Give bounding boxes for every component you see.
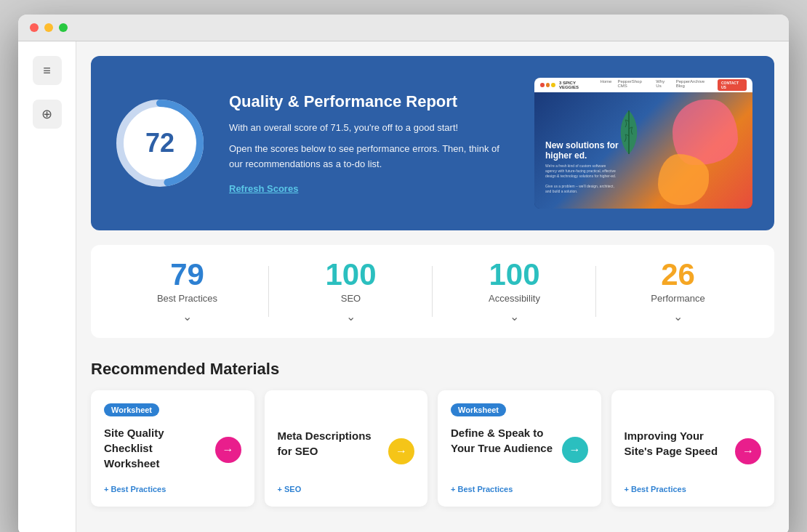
site-screenshot: 3 SPICY VEGGIES HomePepperShop CMSWhy Us… (534, 78, 752, 209)
traffic-light-red[interactable] (30, 23, 39, 32)
card-content-0: Site Quality Checklist Worksheet → (104, 425, 241, 475)
material-card: Improving Your Site's Page Speed → + Bes… (611, 390, 775, 507)
screenshot-nav-links: HomePepperShop CMSWhy UsPepperArchive Bl… (600, 79, 747, 91)
card-title-0: Site Quality Checklist Worksheet (104, 425, 215, 471)
card-arrow-0[interactable]: → (215, 437, 241, 463)
card-arrow-3[interactable]: → (735, 438, 761, 464)
card-title-1: Meta Descriptions for SEO (278, 428, 389, 459)
score-number-0: 79 (170, 259, 204, 290)
hero-card: 72 Quality & Performance Report With an … (91, 56, 774, 230)
hero-title: Quality & Performance Report (229, 92, 513, 113)
menu-icon[interactable]: ≡ (33, 56, 62, 85)
score-number-2: 100 (489, 259, 539, 290)
card-content-2: Define & Speak to Your True Audience → (451, 425, 588, 475)
card-badge-2: Worksheet (451, 403, 506, 416)
traffic-light-green[interactable] (59, 23, 68, 32)
screenshot-hero-area: New solutions for higher ed. We're a fre… (534, 92, 752, 209)
score-item-seo: 100 SEO ⌄ (269, 259, 433, 323)
recommended-title: Recommended Materials (91, 360, 774, 379)
score-label-2: Accessibility (489, 293, 540, 304)
hero-blob-2 (658, 154, 709, 205)
card-arrow-1[interactable]: → (388, 438, 414, 464)
material-card: Worksheet Define & Speak to Your True Au… (438, 390, 601, 507)
score-chevron-3[interactable]: ⌄ (673, 310, 683, 323)
card-content-1: Meta Descriptions for SEO → (278, 428, 415, 475)
hero-desc2: Open the scores below to see performance… (229, 142, 513, 172)
card-title-3: Improving Your Site's Page Speed (625, 428, 736, 459)
recommended-section: Recommended Materials Worksheet Site Qua… (91, 352, 774, 514)
cards-grid: Worksheet Site Quality Checklist Workshe… (91, 390, 774, 507)
screenshot-sub-text: We're a fresh kind of custom software ag… (545, 164, 618, 194)
hero-desc1: With an overall score of 71.5, you're of… (229, 121, 513, 136)
material-card: Worksheet Site Quality Checklist Workshe… (91, 390, 254, 507)
material-card: Meta Descriptions for SEO → + SEO (265, 390, 428, 507)
overall-score: 72 (145, 128, 174, 158)
card-tag-3[interactable]: + Best Practices (625, 485, 762, 493)
card-content-3: Improving Your Site's Page Speed → (625, 428, 762, 475)
screenshot-logo: 3 SPICY VEGGIES (540, 81, 594, 89)
score-circle-container: 72 (113, 96, 207, 190)
traffic-light-yellow[interactable] (44, 23, 53, 32)
score-number-1: 100 (325, 259, 376, 290)
browser-chrome (18, 15, 789, 41)
card-tag-1[interactable]: + SEO (278, 485, 415, 493)
screenshot-nav: 3 SPICY VEGGIES HomePepperShop CMSWhy Us… (534, 78, 752, 92)
browser-window: ≡ ⊕ 72 (18, 15, 789, 532)
score-chevron-1[interactable]: ⌄ (346, 310, 356, 323)
sidebar: ≡ ⊕ (18, 41, 76, 532)
screenshot-hero-text: New solutions for higher ed. (545, 140, 640, 161)
score-item-performance: 26 Performance ⌄ (596, 259, 760, 323)
hero-text-block: Quality & Performance Report With an ove… (229, 92, 513, 196)
main-content: 72 Quality & Performance Report With an … (76, 41, 789, 532)
card-arrow-2[interactable]: → (562, 437, 588, 463)
score-item-best-practices: 79 Best Practices ⌄ (105, 259, 269, 323)
browser-body: ≡ ⊕ 72 (18, 41, 789, 532)
score-chevron-2[interactable]: ⌄ (510, 310, 519, 323)
screenshot-mockup: 3 SPICY VEGGIES HomePepperShop CMSWhy Us… (534, 78, 752, 209)
card-tag-0[interactable]: + Best Practices (104, 485, 241, 493)
score-label-3: Performance (651, 293, 704, 304)
help-icon[interactable]: ⊕ (33, 100, 62, 129)
card-tag-2[interactable]: + Best Practices (451, 485, 588, 493)
card-badge-0: Worksheet (104, 403, 159, 416)
score-item-accessibility: 100 Accessibility ⌄ (433, 259, 596, 323)
card-title-2: Define & Speak to Your True Audience (451, 425, 562, 456)
score-label-1: SEO (341, 293, 361, 304)
refresh-link[interactable]: Refresh Scores (229, 183, 298, 194)
scores-section: 79 Best Practices ⌄ 100 SEO ⌄ 100 Access… (91, 245, 774, 338)
score-number-3: 26 (661, 259, 695, 290)
score-label-0: Best Practices (157, 293, 217, 304)
score-chevron-0[interactable]: ⌄ (182, 310, 192, 323)
